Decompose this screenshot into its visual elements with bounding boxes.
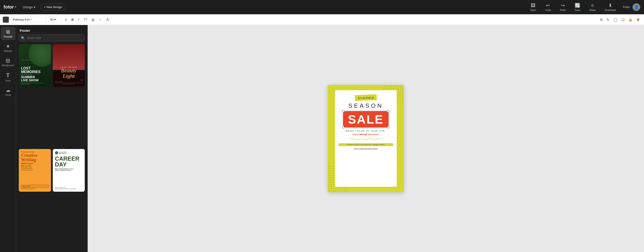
download-icon: ⬇ bbox=[608, 3, 612, 8]
font-selector[interactable]: Raleway Extr ▾ bbox=[11, 17, 46, 22]
logo-sup: ® bbox=[15, 6, 16, 8]
bold-icon: B bbox=[71, 18, 74, 21]
sidebar-label-template: Template bbox=[3, 35, 12, 38]
sidebar-label-material: Material bbox=[4, 50, 12, 52]
layers-button[interactable]: ❑ bbox=[620, 17, 626, 22]
bold-button[interactable]: B bbox=[70, 17, 75, 22]
user-area: Fotor 👤 bbox=[623, 3, 640, 11]
handle-tl[interactable] bbox=[342, 110, 344, 113]
handle-tr[interactable] bbox=[387, 110, 389, 113]
undo-icon: ↩ bbox=[546, 3, 550, 8]
sidebar-item-texts[interactable]: T Texts bbox=[1, 70, 15, 84]
layers-icon: ❑ bbox=[622, 18, 624, 22]
lock-button[interactable]: 🔒 bbox=[627, 17, 634, 22]
topbar-tools: 🖼 Open ↩ Undo ↪ Redo 🔄 Save ⎋ Share ⬇ Do… bbox=[528, 2, 618, 12]
poster-content: It's an End of SEASON SALE BRING COLOR T… bbox=[335, 90, 397, 187]
sidebar-item-background[interactable]: ▨ Background bbox=[1, 55, 15, 69]
sidebar-label-background: Background bbox=[2, 64, 14, 67]
template-card-beauty-light[interactable]: LIMITED - TIME OFFER BeautyLight #324 OC… bbox=[53, 44, 85, 87]
design-button[interactable]: Design ▾ bbox=[21, 4, 38, 10]
handle-bl[interactable] bbox=[342, 126, 344, 128]
panel-title: Poster bbox=[16, 25, 88, 34]
undo-button[interactable]: ↩ Undo bbox=[544, 2, 553, 12]
color-swatch[interactable] bbox=[3, 16, 9, 23]
handle-br[interactable] bbox=[387, 126, 389, 128]
refresh-icon: ↻ bbox=[607, 18, 610, 22]
align-button[interactable]: ≡ bbox=[64, 17, 68, 22]
italic-icon: I bbox=[78, 18, 79, 21]
logo-text: fotor bbox=[4, 4, 14, 9]
font-size-chevron-icon: ▾ bbox=[54, 18, 56, 21]
circle-icon: ◯ bbox=[614, 18, 618, 22]
font-size-value: 60 bbox=[50, 18, 54, 21]
font-name: Raleway Extr bbox=[13, 18, 30, 21]
sidebar-label-cloud: Cloud bbox=[5, 94, 11, 96]
sale-box[interactable]: SALE bbox=[343, 111, 389, 128]
footer-text[interactable]: Every Outlet and Online Store bbox=[354, 147, 378, 149]
save-icon: 🔄 bbox=[575, 3, 580, 8]
template-card-career-day[interactable]: YS YELLOW STARHIGH SCHOOL CAREERDAY MEET… bbox=[53, 149, 85, 192]
open-icon: 🖼 bbox=[531, 3, 535, 8]
sale-text: SALE bbox=[348, 113, 384, 126]
save-button[interactable]: 🔄 Save bbox=[573, 2, 582, 12]
underline-icon: U bbox=[92, 18, 94, 21]
canvas-wrapper: It's an End of SEASON SALE BRING COLOR T… bbox=[328, 85, 404, 192]
sidebar-item-cloud[interactable]: ☁ Cloud bbox=[1, 85, 15, 98]
main-area: ⧉ Template ★ Material ▨ Background T Tex… bbox=[0, 25, 644, 252]
avatar[interactable]: 👤 bbox=[632, 3, 640, 11]
align-icon: ≡ bbox=[65, 18, 67, 21]
texts-icon: T bbox=[6, 72, 10, 79]
sidebar-item-template[interactable]: ⧉ Template bbox=[1, 27, 15, 40]
logo: fotor® bbox=[4, 4, 16, 9]
search-input[interactable] bbox=[19, 34, 85, 41]
formatting-toolbar: Raleway Extr ▾ 60 ▾ ≡ B I TT U ↔ A ⧉ ↻ ◯… bbox=[0, 14, 644, 25]
letter-spacing-icon: ↔ bbox=[98, 18, 102, 21]
search-icon: 🔍 bbox=[21, 36, 25, 40]
share-icon: ⎋ bbox=[591, 3, 594, 8]
season-text[interactable]: SEASON bbox=[348, 102, 383, 109]
enjoy-text[interactable]: Enjoy 30% off this season. bbox=[353, 133, 379, 136]
template-panel: Poster 🔍 ART ACOUSIC PRODUCTION SUMMER S… bbox=[16, 25, 88, 252]
text-size-button[interactable]: TT bbox=[82, 17, 88, 22]
refresh-button[interactable]: ↻ bbox=[605, 17, 611, 22]
separator-1 bbox=[60, 17, 61, 22]
sidebar-label-texts: Texts bbox=[5, 79, 10, 82]
tagline-text: It's an End of bbox=[358, 96, 374, 100]
open-button[interactable]: 🖼 Open bbox=[528, 2, 538, 12]
sidebar: ⧉ Template ★ Material ▨ Background T Tex… bbox=[0, 25, 16, 252]
template-icon: ⧉ bbox=[6, 29, 10, 35]
right-toolbar: ⧉ ↻ ◯ ❑ 🔒 🗑 bbox=[599, 17, 641, 22]
duplicate-button[interactable]: ⧉ bbox=[599, 17, 604, 22]
font-size-selector[interactable]: 60 ▾ bbox=[48, 17, 58, 22]
delete-button[interactable]: 🗑 bbox=[635, 17, 641, 22]
chevron-down-icon: ▾ bbox=[34, 5, 35, 9]
case-icon: A bbox=[106, 18, 109, 22]
share-button[interactable]: ⎋ Share bbox=[588, 2, 598, 12]
discount-text: 30% off bbox=[359, 133, 367, 136]
text-size-icon: TT bbox=[84, 18, 87, 21]
template-card-lost-memories[interactable]: ART ACOUSIC PRODUCTION SUMMER SHOW LOSTM… bbox=[19, 44, 51, 87]
topbar: fotor® Design ▾ + New Design 🖼 Open ↩ Un… bbox=[0, 0, 644, 14]
template-grid: ART ACOUSIC PRODUCTION SUMMER SHOW LOSTM… bbox=[16, 44, 88, 252]
canvas-area[interactable]: It's an End of SEASON SALE BRING COLOR T… bbox=[88, 25, 644, 252]
user-name: Fotor bbox=[623, 5, 630, 9]
background-icon: ▨ bbox=[6, 58, 10, 63]
duplicate-icon: ⧉ bbox=[600, 18, 603, 22]
new-design-button[interactable]: + New Design bbox=[40, 3, 66, 10]
font-chevron-icon: ▾ bbox=[31, 18, 32, 21]
wave-decoration bbox=[350, 137, 382, 141]
lock-icon: 🔒 bbox=[628, 18, 632, 22]
underline-button[interactable]: U bbox=[90, 17, 96, 22]
tagline-wrap[interactable]: It's an End of bbox=[355, 94, 377, 101]
download-button[interactable]: ⬇ Download bbox=[603, 2, 618, 12]
italic-button[interactable]: I bbox=[77, 17, 80, 22]
sidebar-item-material[interactable]: ★ Material bbox=[1, 41, 15, 54]
categories-strip[interactable]: Clothes Shoes Accessories Gadgets More bbox=[338, 143, 393, 146]
poster[interactable]: It's an End of SEASON SALE BRING COLOR T… bbox=[328, 85, 404, 192]
letter-spacing-button[interactable]: ↔ bbox=[97, 17, 103, 22]
circle-button[interactable]: ◯ bbox=[612, 17, 619, 22]
case-button[interactable]: A bbox=[105, 17, 110, 22]
template-card-creative-writing[interactable]: Tutoring School CreativeWriting Starter … bbox=[19, 149, 51, 192]
bring-text[interactable]: BRING COLOR TO YOUR LIFE. bbox=[346, 130, 386, 132]
redo-button[interactable]: ↪ Redo bbox=[558, 2, 568, 12]
